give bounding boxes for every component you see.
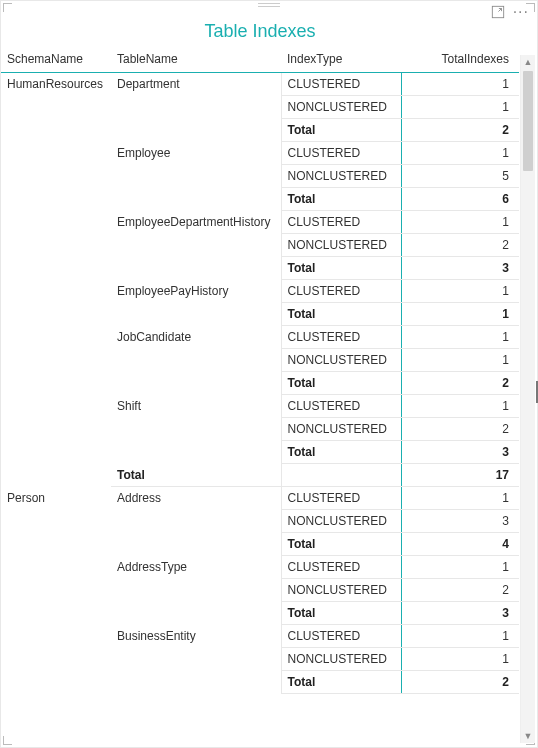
table-row[interactable]: NONCLUSTERED1 — [1, 96, 519, 119]
table-cell — [111, 533, 281, 556]
more-options-icon[interactable]: ··· — [513, 6, 529, 18]
table-row[interactable]: EmployeeCLUSTERED1 — [1, 142, 519, 165]
schema-cell — [1, 579, 111, 602]
total-label: Total — [281, 257, 401, 280]
scroll-down-arrow[interactable]: ▼ — [521, 729, 535, 743]
schema-cell — [1, 372, 111, 395]
indextype-cell: NONCLUSTERED — [281, 418, 401, 441]
col-table[interactable]: TableName — [111, 48, 281, 73]
schema-cell — [1, 96, 111, 119]
table-row[interactable]: AddressTypeCLUSTERED1 — [1, 556, 519, 579]
table-row[interactable]: HumanResourcesDepartmentCLUSTERED1 — [1, 73, 519, 96]
table-total-row[interactable]: Total3 — [1, 602, 519, 625]
schema-cell — [1, 510, 111, 533]
count-cell: 1 — [401, 648, 519, 671]
indextype-cell: NONCLUSTERED — [281, 579, 401, 602]
schema-total-row[interactable]: Total17 — [1, 464, 519, 487]
indextype-cell: CLUSTERED — [281, 142, 401, 165]
table-row[interactable]: NONCLUSTERED2 — [1, 579, 519, 602]
indextype-cell: CLUSTERED — [281, 487, 401, 510]
indextype-cell: NONCLUSTERED — [281, 349, 401, 372]
table-row[interactable]: BusinessEntityCLUSTERED1 — [1, 625, 519, 648]
table-row[interactable]: NONCLUSTERED1 — [1, 349, 519, 372]
indextype-cell: CLUSTERED — [281, 395, 401, 418]
scroll-thumb[interactable] — [523, 71, 533, 171]
table-row[interactable]: NONCLUSTERED5 — [1, 165, 519, 188]
total-label: Total — [281, 671, 401, 694]
indexes-table: SchemaName TableName IndexType TotalInde… — [1, 48, 519, 694]
schema-cell — [1, 648, 111, 671]
table-total-row[interactable]: Total4 — [1, 533, 519, 556]
table-cell: Shift — [111, 395, 281, 418]
schema-cell — [1, 556, 111, 579]
schema-cell — [1, 464, 111, 487]
col-total[interactable]: TotalIndexes — [401, 48, 519, 73]
scroll-up-arrow[interactable]: ▲ — [521, 55, 535, 69]
schema-cell — [1, 165, 111, 188]
table-cell — [111, 579, 281, 602]
report-frame: ··· Table Indexes SchemaName TableName I… — [0, 0, 538, 748]
drag-handle[interactable] — [258, 3, 280, 7]
schema-cell — [1, 188, 111, 211]
schema-cell — [1, 234, 111, 257]
total-label: Total — [281, 441, 401, 464]
table-row[interactable]: EmployeePayHistoryCLUSTERED1 — [1, 280, 519, 303]
count-cell: 2 — [401, 579, 519, 602]
table-total-row[interactable]: Total2 — [1, 119, 519, 142]
col-schema[interactable]: SchemaName — [1, 48, 111, 73]
table-cell — [111, 349, 281, 372]
count-cell: 1 — [401, 211, 519, 234]
table-cell: EmployeePayHistory — [111, 280, 281, 303]
table-row[interactable]: JobCandidateCLUSTERED1 — [1, 326, 519, 349]
table-total-row[interactable]: Total2 — [1, 372, 519, 395]
table-row[interactable]: NONCLUSTERED2 — [1, 418, 519, 441]
schema-cell — [1, 142, 111, 165]
total-value: 3 — [401, 602, 519, 625]
schema-cell — [1, 280, 111, 303]
table-row[interactable]: EmployeeDepartmentHistoryCLUSTERED1 — [1, 211, 519, 234]
table-total-row[interactable]: Total6 — [1, 188, 519, 211]
table-total-row[interactable]: Total3 — [1, 441, 519, 464]
table-cell: EmployeeDepartmentHistory — [111, 211, 281, 234]
total-label: Total — [281, 119, 401, 142]
table-row[interactable]: ShiftCLUSTERED1 — [1, 395, 519, 418]
total-label: Total — [281, 188, 401, 211]
total-value: 4 — [401, 533, 519, 556]
svg-rect-0 — [492, 6, 503, 17]
vertical-scrollbar[interactable]: ▲ ▼ — [520, 55, 535, 743]
table-row[interactable]: NONCLUSTERED1 — [1, 648, 519, 671]
schema-cell — [1, 257, 111, 280]
table-header-row: SchemaName TableName IndexType TotalInde… — [1, 48, 519, 73]
total-value: 3 — [401, 441, 519, 464]
report-title: Table Indexes — [1, 21, 519, 42]
indextype-cell: CLUSTERED — [281, 625, 401, 648]
focus-mode-icon[interactable] — [491, 5, 505, 19]
total-label: Total — [281, 602, 401, 625]
schema-cell — [1, 211, 111, 234]
table-row[interactable]: NONCLUSTERED3 — [1, 510, 519, 533]
resize-handle-tl[interactable] — [3, 3, 12, 12]
table-cell — [111, 188, 281, 211]
schema-total-value: 17 — [401, 464, 519, 487]
table-cell — [111, 165, 281, 188]
schema-total-label: Total — [111, 464, 281, 487]
schema-cell — [1, 441, 111, 464]
table-cell: Department — [111, 73, 281, 96]
schema-cell — [1, 349, 111, 372]
count-cell: 1 — [401, 395, 519, 418]
table-cell — [111, 234, 281, 257]
schema-cell — [1, 395, 111, 418]
table-cell — [111, 372, 281, 395]
total-label: Total — [281, 303, 401, 326]
schema-cell — [1, 625, 111, 648]
table-total-row[interactable]: Total1 — [1, 303, 519, 326]
table-row[interactable]: NONCLUSTERED2 — [1, 234, 519, 257]
col-type[interactable]: IndexType — [281, 48, 401, 73]
table-total-row[interactable]: Total2 — [1, 671, 519, 694]
total-value: 2 — [401, 119, 519, 142]
indextype-cell: CLUSTERED — [281, 73, 401, 96]
table-cell: BusinessEntity — [111, 625, 281, 648]
table-total-row[interactable]: Total3 — [1, 257, 519, 280]
table-row[interactable]: PersonAddressCLUSTERED1 — [1, 487, 519, 510]
table-cell — [111, 441, 281, 464]
